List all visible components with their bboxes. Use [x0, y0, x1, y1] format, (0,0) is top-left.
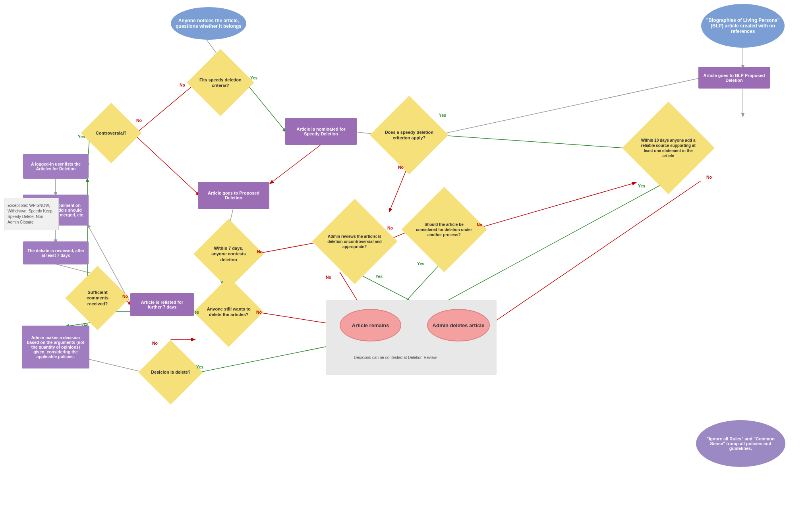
admin-decision: Admin makes a decision based on the argu… [22, 326, 89, 368]
controversial-no-label: No [136, 118, 142, 123]
controversial-yes-label: Yes [78, 134, 85, 139]
svg-line-34 [489, 181, 701, 326]
relisted: Article is relisted for further 7 days [130, 293, 194, 316]
within-10days-diamond: Within 10 days anyone add a reliable sou… [634, 113, 703, 183]
controversial-diamond: Controversial? [88, 110, 134, 156]
should-no-label: No [477, 222, 482, 227]
admin-reviews-no2-label: No [326, 275, 331, 280]
debate-reviewed: The debate is reviewed, after at least 7… [23, 241, 89, 264]
admin-reviews-diamond: Admin reviews the article: Is deletion u… [323, 209, 387, 274]
decisions-contested: Decisions can be contested at Deletion R… [354, 349, 437, 365]
sufficient-comments-diamond: Sufficient comments received? [73, 273, 122, 323]
svg-line-3 [136, 83, 195, 133]
fits-speedy-yes-label: Yes [250, 75, 257, 80]
fits-speedy-diamond: Fits speedy deletion criteria? [195, 57, 246, 108]
svg-line-6 [437, 135, 636, 149]
decision-no-label: No [152, 341, 158, 345]
flowchart: Anyone notices the article, questions wh… [0, 0, 812, 517]
does-criterion-apply-diamond: Does a speedy deletion criterion apply? [379, 105, 439, 165]
still-wants-no-label: No [256, 310, 262, 314]
decision-yes-label: Yes [196, 365, 203, 369]
decision-delete-diamond: Desicion is delete? [146, 347, 195, 397]
svg-line-9 [133, 133, 199, 195]
blp-proposed-deletion: Article goes to BLP Proposed Deletion [698, 67, 770, 89]
criterion-yes-label: Yes [439, 113, 446, 118]
sufficient-no-label: No [122, 294, 128, 299]
criterion-no-label: No [398, 165, 404, 170]
nominated-speedy: Article is nominated for Speedy Deletion [285, 118, 357, 145]
arrows-layer [0, 0, 812, 517]
blp-ellipse: "Biographies of Living Persons" (BLP) ar… [701, 4, 785, 48]
should-consider-diamond: Should the article be considered for del… [412, 197, 476, 262]
article-remains: Article remains [340, 309, 401, 341]
svg-line-31 [475, 183, 636, 229]
proposed-deletion: Article goes to Proposed Deletion [198, 182, 269, 209]
admin-reviews-yes-label: Yes [375, 274, 383, 279]
10days-yes-label: Yes [638, 183, 645, 188]
logged-in-user: A logged-in user lists the Articles for … [23, 154, 89, 179]
7days-no-label: No [257, 249, 263, 254]
within-7days-diamond: Within 7 days, anyone contests deletion [202, 227, 255, 281]
admin-reviews-no-label: No [387, 226, 393, 230]
admin-deletes: Admin deletes article [427, 309, 490, 341]
ignore-rules-ellipse: "Ignore all Rules" and "Common Sense" tr… [696, 420, 785, 467]
10days-no-label: No [706, 175, 712, 179]
note-box: Exceptions: WP:SNOW, Withdrawn, Speedy K… [4, 198, 59, 230]
svg-line-10 [270, 145, 321, 183]
should-yes-label: Yes [417, 261, 424, 266]
fits-speedy-no-label: No [180, 83, 185, 87]
svg-line-4 [246, 83, 286, 132]
start-ellipse: Anyone notices the article, questions wh… [171, 7, 246, 40]
anyone-still-wants-diamond: Anyone still wants to delete the article… [202, 285, 255, 339]
